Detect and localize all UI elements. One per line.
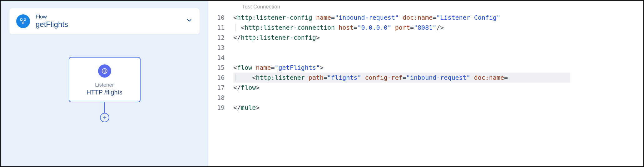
flow-icon (16, 14, 30, 28)
flow-canvas: Flow getFlights Listener HTTP /flights (1, 1, 208, 166)
code-line[interactable] (233, 93, 643, 103)
listener-type-label: Listener (95, 82, 114, 88)
code-editor[interactable]: 10111213141516171819 <http:listener-conf… (208, 13, 643, 166)
line-number: 12 (208, 33, 225, 43)
globe-icon (98, 64, 111, 78)
code-line[interactable] (233, 43, 643, 53)
line-number: 11 (208, 23, 225, 33)
line-number: 14 (208, 53, 225, 63)
svg-rect-1 (24, 19, 26, 21)
flow-name-label: getFlights (36, 20, 186, 29)
code-line[interactable]: </mule> (233, 103, 643, 113)
code-line[interactable]: </flow> (233, 83, 643, 93)
line-number: 15 (208, 63, 225, 73)
flow-labels: Flow getFlights (36, 14, 186, 29)
code-line[interactable]: </http:listener-config> (233, 33, 643, 43)
line-number: 19 (208, 103, 225, 113)
line-number: 17 (208, 83, 225, 93)
code-line[interactable]: │ <http:listener-connection host="0.0.0.… (233, 23, 643, 33)
code-editor-panel: Test Connection 10111213141516171819 <ht… (208, 1, 643, 166)
add-node-button[interactable] (100, 113, 109, 122)
flow-type-label: Flow (36, 14, 186, 20)
code-line[interactable]: <http:listener-config name="inbound-requ… (233, 13, 643, 23)
code-line[interactable]: <flow name="getFlights"> (233, 63, 643, 73)
line-number: 16 (208, 73, 225, 83)
line-number: 18 (208, 93, 225, 103)
code-line[interactable]: │ <http:listener path="flights" config-r… (233, 73, 643, 83)
line-number-gutter: 10111213141516171819 (208, 13, 233, 166)
line-number: 10 (208, 13, 225, 23)
line-number: 13 (208, 43, 225, 53)
listener-node[interactable]: Listener HTTP /flights (69, 57, 141, 102)
listener-path-label: HTTP /flights (87, 89, 122, 96)
svg-rect-2 (22, 22, 24, 24)
breadcrumb[interactable]: Test Connection (208, 1, 643, 13)
connector-line (104, 102, 105, 113)
chevron-down-icon[interactable] (186, 17, 193, 26)
code-line[interactable] (233, 53, 643, 63)
flow-header-card[interactable]: Flow getFlights (9, 8, 200, 34)
code-content[interactable]: <http:listener-config name="inbound-requ… (233, 13, 643, 166)
svg-rect-0 (21, 19, 22, 21)
